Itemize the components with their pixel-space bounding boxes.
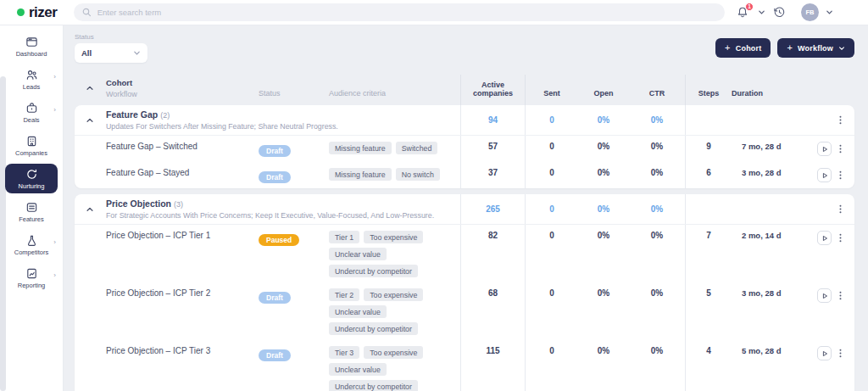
play-icon xyxy=(821,146,828,153)
value-active-companies: 115 xyxy=(460,340,526,391)
sidebar-item-features[interactable]: Features xyxy=(5,197,58,226)
audience-tag: Unclear value xyxy=(329,305,387,318)
chevron-right-icon: › xyxy=(53,106,56,114)
value-ctr: 0% xyxy=(629,162,685,182)
status-filter-select[interactable]: All xyxy=(75,43,147,63)
cohort-group-row: Feature Gap (2) Updates For Switchers Af… xyxy=(75,105,854,136)
value-sent: 0 xyxy=(526,282,578,303)
value-steps: 5 xyxy=(685,282,732,340)
workflow-name[interactable]: Feature Gap – Switched xyxy=(106,136,259,156)
stat-open[interactable]: 0% xyxy=(578,204,629,214)
main-content: Status All + Cohort + Workflow Cohort Wo… xyxy=(64,25,868,391)
collapse-group-chevron-up-icon[interactable] xyxy=(75,194,106,224)
cohort-title[interactable]: Price Objection (3) xyxy=(106,194,460,210)
value-ctr: 0% xyxy=(629,282,685,303)
sidebar-item-label: Reporting xyxy=(18,282,46,289)
sidebar-item-leads[interactable]: Leads › xyxy=(5,64,58,94)
play-icon xyxy=(821,293,828,299)
top-bar: rizer 1 FB xyxy=(0,0,868,25)
sidebar-item-companies[interactable]: Companies xyxy=(5,131,58,160)
value-duration: 3 mo, 28 d xyxy=(732,162,801,182)
chevron-right-icon: › xyxy=(53,271,56,279)
sidebar-item-nurturing[interactable]: Nurturing xyxy=(5,164,58,193)
col-sent: Sent xyxy=(526,89,578,105)
value-active-companies: 82 xyxy=(460,225,526,282)
notifications-chevron-down-icon[interactable] xyxy=(758,8,765,16)
account-chevron-down-icon[interactable] xyxy=(826,8,833,16)
value-steps: 9 xyxy=(685,136,732,162)
audience-tag: Too expensive xyxy=(364,346,423,359)
search-input[interactable] xyxy=(97,8,716,17)
col-ctr: CTR xyxy=(629,89,685,105)
audience-tags: Tier 2 Too expensive Unclear value Under… xyxy=(329,282,460,340)
add-workflow-button[interactable]: + Workflow xyxy=(777,38,854,58)
collapse-all-chevron-up-icon[interactable] xyxy=(75,75,106,96)
play-workflow-button[interactable] xyxy=(817,231,832,245)
workflow-row[interactable]: Feature Gap – Switched Draft Missing fea… xyxy=(75,136,854,162)
plus-icon: + xyxy=(725,43,731,53)
stat-sent[interactable]: 0 xyxy=(526,115,578,125)
workflow-name[interactable]: Price Objection – ICP Tier 1 xyxy=(106,225,259,245)
competitors-flask-icon xyxy=(25,234,38,247)
avatar[interactable]: FB xyxy=(801,3,819,21)
col-workflow: Workflow xyxy=(106,90,259,98)
value-open: 0% xyxy=(578,162,629,182)
value-open: 0% xyxy=(578,282,629,303)
workflow-name[interactable]: Feature Gap – Stayed xyxy=(106,162,259,182)
collapse-group-chevron-up-icon[interactable] xyxy=(75,105,106,135)
sidebar-item-label: Dashboard xyxy=(16,50,47,58)
chevron-right-icon: › xyxy=(53,238,56,246)
play-workflow-button[interactable] xyxy=(817,168,832,182)
add-workflow-label: Workflow xyxy=(798,44,833,53)
workflow-name[interactable]: Price Objection – ICP Tier 2 xyxy=(106,282,259,303)
value-ctr: 0% xyxy=(629,225,685,245)
value-sent: 0 xyxy=(526,340,578,360)
kebab-menu-icon[interactable] xyxy=(839,290,842,301)
value-steps: 7 xyxy=(685,225,732,282)
kebab-menu-icon[interactable] xyxy=(839,115,842,126)
play-workflow-button[interactable] xyxy=(817,288,832,303)
stat-ctr[interactable]: 0% xyxy=(629,204,685,214)
cohort-card-price-objection: Price Objection (3) For Strategic Accoun… xyxy=(75,194,854,391)
sidebar-item-dashboard[interactable]: Dashboard xyxy=(5,31,58,61)
stat-open[interactable]: 0% xyxy=(578,115,629,125)
companies-icon xyxy=(25,135,38,148)
global-search[interactable] xyxy=(74,3,725,21)
kebab-menu-icon[interactable] xyxy=(839,232,842,243)
kebab-menu-icon[interactable] xyxy=(839,170,842,181)
status-filter-label: Status xyxy=(75,33,94,41)
kebab-menu-icon[interactable] xyxy=(839,143,842,154)
sidebar-item-competitors[interactable]: Competitors › xyxy=(5,230,58,260)
add-cohort-button[interactable]: + Cohort xyxy=(715,38,771,58)
sidebar-item-reporting[interactable]: Reporting › xyxy=(5,263,58,293)
play-workflow-button[interactable] xyxy=(817,142,832,156)
workflow-row[interactable]: Price Objection – ICP Tier 2 Draft Tier … xyxy=(75,282,854,340)
audience-tag: Undercut by competitor xyxy=(329,322,418,335)
col-duration: Duration xyxy=(732,89,801,105)
add-cohort-label: Cohort xyxy=(736,44,762,53)
col-status: Status xyxy=(259,89,329,105)
workflow-row[interactable]: Price Objection – ICP Tier 1 Paused Tier… xyxy=(75,225,854,282)
sidebar-item-deals[interactable]: Deals › xyxy=(5,98,58,127)
audience-tag: Missing feature xyxy=(329,142,392,154)
cohort-group-row: Price Objection (3) For Strategic Accoun… xyxy=(75,194,854,225)
stat-active-companies[interactable]: 94 xyxy=(460,105,526,135)
workflow-row[interactable]: Feature Gap – Stayed Draft Missing featu… xyxy=(75,162,854,188)
value-sent: 0 xyxy=(526,136,578,156)
notifications-button[interactable]: 1 xyxy=(737,6,750,20)
stat-active-companies[interactable]: 265 xyxy=(460,194,526,224)
workflow-row[interactable]: Price Objection – ICP Tier 3 Draft Tier … xyxy=(75,340,854,391)
kebab-menu-icon[interactable] xyxy=(839,204,842,215)
stat-ctr[interactable]: 0% xyxy=(629,115,685,125)
stat-sent[interactable]: 0 xyxy=(526,204,578,214)
cohort-title[interactable]: Feature Gap (2) xyxy=(106,105,259,121)
sidebar-item-label: Deals xyxy=(23,116,39,124)
status-badge: Paused xyxy=(259,234,299,246)
workflow-name[interactable]: Price Objection – ICP Tier 3 xyxy=(106,340,259,360)
col-open: Open xyxy=(578,89,629,105)
nurturing-refresh-icon xyxy=(25,168,38,181)
kebab-menu-icon[interactable] xyxy=(839,348,842,359)
play-workflow-button[interactable] xyxy=(817,346,832,360)
col-audience: Audience criteria xyxy=(329,89,460,105)
history-button[interactable] xyxy=(773,6,786,19)
